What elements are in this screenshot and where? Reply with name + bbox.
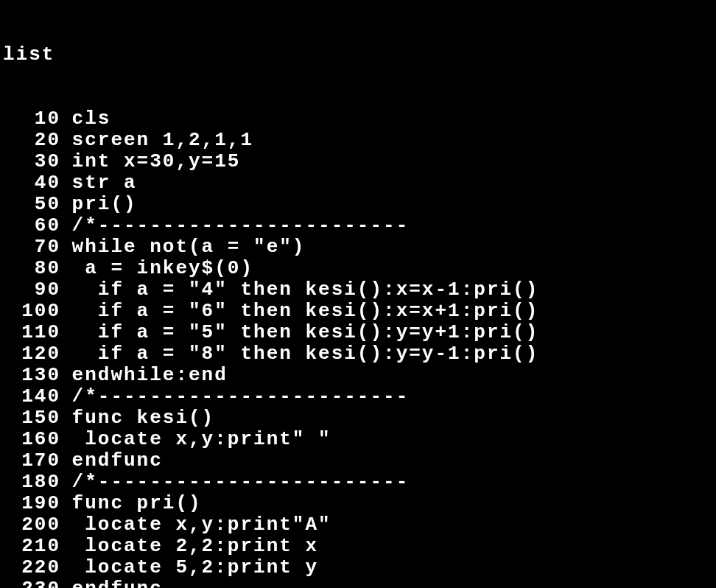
line-code: if a = "5" then kesi():y=y+1:pri() bbox=[72, 322, 539, 343]
line-number: 70 bbox=[3, 237, 72, 258]
line-number: 140 bbox=[3, 386, 72, 407]
line-code: int x=30,y=15 bbox=[72, 151, 241, 172]
line-number: 170 bbox=[3, 450, 72, 472]
line-code: a = inkey$(0) bbox=[72, 258, 253, 279]
line-code: func pri() bbox=[72, 493, 202, 514]
line-code: locate 5,2:print y bbox=[72, 557, 318, 578]
code-line: 10cls bbox=[3, 108, 713, 130]
code-line: 220 locate 5,2:print y bbox=[3, 557, 713, 578]
code-line: 80 a = inkey$(0) bbox=[3, 258, 713, 279]
line-number: 230 bbox=[3, 578, 72, 588]
code-line: 160 locate x,y:print" " bbox=[3, 429, 713, 450]
line-code: /*------------------------ bbox=[72, 215, 410, 237]
code-line: 150func kesi() bbox=[3, 407, 713, 429]
code-line: 230endfunc bbox=[3, 578, 713, 588]
line-number: 40 bbox=[3, 172, 72, 194]
code-line: 90 if a = "4" then kesi():x=x-1:pri() bbox=[3, 279, 713, 301]
line-number: 150 bbox=[3, 407, 72, 429]
line-code: locate 2,2:print x bbox=[72, 536, 318, 557]
line-code: pri() bbox=[72, 194, 137, 215]
code-listing: 10cls20screen 1,2,1,130int x=30,y=1540st… bbox=[3, 108, 713, 588]
line-number: 200 bbox=[3, 514, 72, 536]
line-code: screen 1,2,1,1 bbox=[72, 130, 253, 151]
line-code: cls bbox=[72, 108, 111, 130]
line-number: 10 bbox=[3, 108, 72, 130]
line-number: 130 bbox=[3, 365, 72, 386]
line-number: 180 bbox=[3, 472, 72, 493]
command-header: list bbox=[3, 44, 713, 66]
line-number: 50 bbox=[3, 194, 72, 215]
code-line: 50pri() bbox=[3, 194, 713, 215]
terminal-screen[interactable]: list 10cls20screen 1,2,1,130int x=30,y=1… bbox=[0, 0, 716, 588]
code-line: 200 locate x,y:print"A" bbox=[3, 514, 713, 536]
code-line: 100 if a = "6" then kesi():x=x+1:pri() bbox=[3, 301, 713, 322]
line-number: 190 bbox=[3, 493, 72, 514]
code-line: 40str a bbox=[3, 172, 713, 194]
line-number: 90 bbox=[3, 279, 72, 301]
code-line: 210 locate 2,2:print x bbox=[3, 536, 713, 557]
line-number: 30 bbox=[3, 151, 72, 172]
code-line: 170endfunc bbox=[3, 450, 713, 472]
line-number: 120 bbox=[3, 343, 72, 365]
code-line: 20screen 1,2,1,1 bbox=[3, 130, 713, 151]
line-code: func kesi() bbox=[72, 407, 215, 429]
line-number: 220 bbox=[3, 557, 72, 578]
line-number: 210 bbox=[3, 536, 72, 557]
code-line: 130endwhile:end bbox=[3, 365, 713, 386]
line-code: if a = "4" then kesi():x=x-1:pri() bbox=[72, 279, 539, 301]
line-number: 110 bbox=[3, 322, 72, 343]
line-number: 20 bbox=[3, 130, 72, 151]
line-code: /*------------------------ bbox=[72, 472, 410, 493]
line-code: while not(a = "e") bbox=[72, 237, 306, 258]
line-code: endwhile:end bbox=[72, 365, 228, 386]
line-code: locate x,y:print"A" bbox=[72, 514, 331, 536]
line-code: if a = "6" then kesi():x=x+1:pri() bbox=[72, 301, 539, 322]
line-code: locate x,y:print" " bbox=[72, 429, 331, 450]
line-number: 160 bbox=[3, 429, 72, 450]
code-line: 30int x=30,y=15 bbox=[3, 151, 713, 172]
line-code: if a = "8" then kesi():y=y-1:pri() bbox=[72, 343, 539, 365]
line-code: endfunc bbox=[72, 578, 163, 588]
line-number: 80 bbox=[3, 258, 72, 279]
code-line: 140/*------------------------ bbox=[3, 386, 713, 407]
line-number: 60 bbox=[3, 215, 72, 237]
line-code: endfunc bbox=[72, 450, 163, 472]
code-line: 60/*------------------------ bbox=[3, 215, 713, 237]
code-line: 180/*------------------------ bbox=[3, 472, 713, 493]
code-line: 190func pri() bbox=[3, 493, 713, 514]
code-line: 120 if a = "8" then kesi():y=y-1:pri() bbox=[3, 343, 713, 365]
line-code: /*------------------------ bbox=[72, 386, 410, 407]
code-line: 70while not(a = "e") bbox=[3, 237, 713, 258]
line-number: 100 bbox=[3, 301, 72, 322]
line-code: str a bbox=[72, 172, 137, 194]
code-line: 110 if a = "5" then kesi():y=y+1:pri() bbox=[3, 322, 713, 343]
